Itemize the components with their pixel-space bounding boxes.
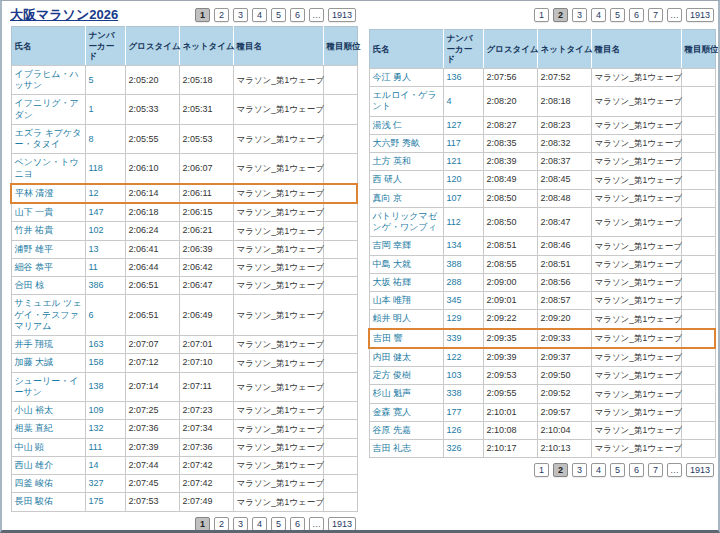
column-header: ネットタイム [179, 27, 233, 66]
runner-name-link[interactable]: 合田 椋 [15, 280, 45, 290]
column-header: 種目名 [233, 27, 323, 66]
runner-name-link[interactable]: 土方 英和 [373, 156, 412, 166]
name-cell: 長田 駿佑 [11, 493, 85, 511]
runner-name-link[interactable]: 定方 俊樹 [373, 370, 412, 380]
runner-name-link[interactable]: 吉田 響 [373, 333, 403, 343]
net-cell: 2:05:18 [179, 65, 233, 95]
page-button-1913[interactable]: 1913 [686, 8, 714, 22]
gross-cell: 2:06:10 [125, 154, 179, 184]
page-button-3[interactable]: 3 [233, 8, 248, 22]
runner-name-link[interactable]: シューリー・イーサン [15, 376, 79, 397]
runner-name-link[interactable]: 真向 京 [373, 193, 403, 203]
runner-name-link[interactable]: 湯浅 仁 [373, 120, 403, 130]
page-button-3[interactable]: 3 [572, 463, 587, 477]
runner-name-link[interactable]: サミュエル ツェゲイ・テスファマリアム [15, 298, 82, 331]
runner-name-link[interactable]: 大六野 秀畝 [373, 138, 421, 148]
runner-name-link[interactable]: 中山 顕 [15, 442, 45, 452]
page-button-2[interactable]: 2 [553, 8, 568, 22]
page-ellipsis-button[interactable]: … [309, 8, 324, 22]
runner-name-link[interactable]: 内田 健太 [373, 352, 412, 362]
rank-cell [323, 124, 357, 154]
runner-name-link[interactable]: 竹井 祐貴 [15, 225, 54, 235]
page-button-3[interactable]: 3 [572, 8, 587, 22]
page-button-3[interactable]: 3 [233, 517, 248, 531]
gross-cell: 2:08:50 [483, 189, 537, 207]
page-button-7[interactable]: 7 [648, 8, 663, 22]
runner-name-link[interactable]: 小山 裕太 [15, 405, 54, 415]
page-button-5[interactable]: 5 [610, 463, 625, 477]
runner-name-link[interactable]: 四釜 峻佑 [15, 478, 54, 488]
page-button-1[interactable]: 1 [195, 517, 210, 531]
runner-name-link[interactable]: 加藤 大誠 [15, 357, 54, 367]
runner-name-link[interactable]: 中島 大就 [373, 259, 412, 269]
runner-name-link[interactable]: 吉岡 幸輝 [373, 240, 412, 250]
runner-name-link[interactable]: 大坂 祐輝 [373, 277, 412, 287]
page-button-6[interactable]: 6 [629, 8, 644, 22]
runner-name-link[interactable]: 相葉 直紀 [15, 423, 54, 433]
page-button-5[interactable]: 5 [271, 8, 286, 22]
runner-name-link[interactable]: イブラヒム・ハッサン [15, 69, 79, 90]
runner-name-link[interactable]: 吉田 礼志 [373, 443, 412, 453]
table-row: 小山 裕太1092:07:252:07:23マラソン_第1ウェーブ [11, 402, 357, 420]
page-button-2[interactable]: 2 [214, 8, 229, 22]
runner-name-link[interactable]: 細谷 恭平 [15, 262, 54, 272]
runner-name-link[interactable]: 西山 雄介 [15, 460, 54, 470]
column-header: ナンバーカード [443, 30, 483, 69]
runner-name-link[interactable]: 長田 駿佑 [15, 496, 54, 506]
net-cell: 2:06:15 [179, 203, 233, 222]
runner-name-link[interactable]: エルロイ・ゲラント [373, 90, 437, 111]
runner-name-link[interactable]: 井手 翔琉 [15, 339, 54, 349]
net-cell: 2:06:47 [179, 277, 233, 295]
page-button-5[interactable]: 5 [610, 8, 625, 22]
page-ellipsis-button[interactable]: … [667, 8, 682, 22]
runner-name-link[interactable]: 金森 寛人 [373, 407, 412, 417]
runner-name-link[interactable]: 浦野 雄平 [15, 244, 54, 254]
pagination-right-bottom: 1234567…1913 [368, 463, 714, 477]
table-row: イフニリグ・アダン12:05:332:05:31マラソン_第1ウェーブ [11, 95, 357, 125]
event-cell: マラソン_第1ウェーブ [233, 203, 323, 222]
page-button-1913[interactable]: 1913 [328, 8, 356, 22]
net-cell: 2:06:49 [179, 295, 233, 336]
page-button-4[interactable]: 4 [591, 463, 606, 477]
runner-name-link[interactable]: 西 研人 [373, 174, 403, 184]
bib-cell: 121 [443, 153, 483, 171]
net-cell: 2:08:37 [537, 153, 591, 171]
runner-name-link[interactable]: パトリックマゼンゲ・ワンブィ [373, 211, 437, 232]
page-button-1913[interactable]: 1913 [328, 517, 356, 531]
gross-cell: 2:07:53 [125, 493, 179, 511]
page-ellipsis-button[interactable]: … [667, 463, 682, 477]
runner-name-link[interactable]: イフニリグ・アダン [15, 98, 79, 119]
rank-cell [681, 348, 715, 367]
page-button-6[interactable]: 6 [629, 463, 644, 477]
page-button-6[interactable]: 6 [290, 8, 305, 22]
page-title[interactable]: 大阪マラソン2026 [10, 6, 118, 24]
page-ellipsis-button[interactable]: … [309, 517, 324, 531]
page-button-1[interactable]: 1 [195, 8, 210, 22]
runner-name-link[interactable]: ベンソン・トウニヨ [15, 157, 79, 178]
page-button-1913[interactable]: 1913 [686, 463, 714, 477]
page-button-2[interactable]: 2 [214, 517, 229, 531]
page-button-4[interactable]: 4 [591, 8, 606, 22]
table-row: 井手 翔琉1632:07:072:07:01マラソン_第1ウェーブ [11, 336, 357, 354]
page-button-6[interactable]: 6 [290, 517, 305, 531]
page-button-4[interactable]: 4 [252, 517, 267, 531]
net-cell: 2:08:18 [537, 87, 591, 117]
runner-name-link[interactable]: 谷原 先嘉 [373, 425, 412, 435]
page-button-7[interactable]: 7 [648, 463, 663, 477]
runner-name-link[interactable]: エズラ キプケター・タヌイ [15, 128, 82, 149]
runner-name-link[interactable]: 今江 勇人 [373, 72, 412, 82]
page-button-5[interactable]: 5 [271, 517, 286, 531]
runner-name-link[interactable]: 山下 一貴 [15, 207, 54, 217]
page-button-1[interactable]: 1 [534, 463, 549, 477]
name-cell: 平林 清澄 [11, 184, 85, 203]
runner-name-link[interactable]: 山本 唯翔 [373, 295, 412, 305]
page-button-4[interactable]: 4 [252, 8, 267, 22]
net-cell: 2:08:51 [537, 255, 591, 273]
name-cell: イフニリグ・アダン [11, 95, 85, 125]
net-cell: 2:05:31 [179, 95, 233, 125]
runner-name-link[interactable]: 杉山 魁声 [373, 388, 412, 398]
runner-name-link[interactable]: 頼井 明人 [373, 313, 412, 323]
page-button-2[interactable]: 2 [553, 463, 568, 477]
page-button-1[interactable]: 1 [534, 8, 549, 22]
runner-name-link[interactable]: 平林 清澄 [15, 188, 54, 198]
